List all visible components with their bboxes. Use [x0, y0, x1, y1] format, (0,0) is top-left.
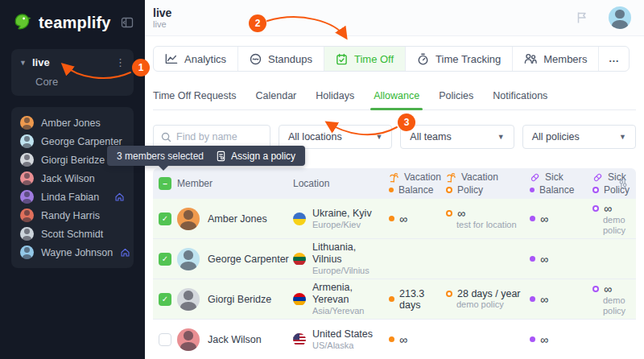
column-header-location[interactable]: Location [293, 178, 384, 189]
chevron-down-icon: ▼ [497, 133, 505, 141]
workspace-child-core[interactable]: Core [35, 76, 126, 88]
teams-filter-select[interactable]: All teams ▼ [400, 125, 514, 149]
subtab-holidays[interactable]: Holidays [316, 90, 354, 101]
tab-time-off[interactable]: Time Off [324, 47, 406, 71]
sidebar-member-amber[interactable]: Amber Jones [18, 113, 127, 132]
location-name: Ukraine, Kyiv [312, 208, 372, 220]
topbar: live live [145, 0, 644, 36]
column-header-sick-policy[interactable]: Sick Policy [588, 171, 636, 196]
palm-icon [389, 172, 399, 183]
sidebar-member-randy[interactable]: Randy Harris [18, 206, 127, 225]
select-all-checkbox[interactable]: – [159, 177, 171, 190]
member-name: George Carpenter [208, 254, 289, 265]
chevron-down-icon: ▼ [375, 133, 382, 141]
page-title: live [153, 6, 171, 19]
vacation-balance-dot-icon [389, 216, 394, 221]
sick-policy-ring-icon [592, 286, 599, 292]
column-header-vacation-balance[interactable]: Vacation Balance [384, 171, 441, 196]
column-header-sick-balance[interactable]: Sick Balance [525, 171, 588, 196]
palm-icon [446, 172, 456, 183]
tab-label: Members [543, 53, 587, 65]
table-row[interactable]: Jack Wilson United StatesUS/Alaska ∞ ∞ [153, 320, 636, 359]
search-input[interactable] [176, 131, 262, 142]
sick-policy-value: ∞ [604, 202, 612, 215]
column-header-vacation-policy[interactable]: Vacation Policy [441, 171, 525, 196]
row-checkbox[interactable] [159, 333, 171, 346]
vacation-balance-value: ∞ [399, 333, 407, 346]
pill-icon [530, 172, 540, 183]
tab-label: Time Off [354, 53, 394, 65]
sick-policy-name: demo policy [603, 295, 636, 316]
avatar [20, 116, 34, 130]
subtab-time-off-requests[interactable]: Time Off Requests [153, 90, 237, 101]
selection-count-text: 3 members selected [117, 151, 204, 162]
sidebar-member-scott[interactable]: Scott Schmidt [18, 225, 127, 243]
feedback-flag-icon[interactable] [575, 10, 589, 25]
table-row[interactable]: ✓ Amber Jones Ukraine, KyivEurope/Kiev ∞… [153, 199, 636, 239]
sidebar-member-jack[interactable]: Jack Wilson [18, 169, 127, 188]
member-name: Scott Schmidt [41, 229, 103, 240]
assign-policy-button[interactable]: Assign a policy [216, 151, 295, 162]
policies-filter-select[interactable]: All policies ▼ [522, 125, 636, 149]
sidebar-members-panel: Amber Jones George Carpenter Giorgi Beri… [11, 107, 134, 268]
workspace-menu-kebab-icon[interactable]: ⋮ [115, 59, 126, 67]
sidebar-member-wayne[interactable]: Wayne Johnson [18, 243, 127, 262]
tab-time-tracking[interactable]: Time Tracking [406, 47, 513, 71]
workspace-selector[interactable]: ▼ live ⋮ Core [11, 49, 134, 96]
member-name: Wayne Johnson [41, 247, 113, 258]
annotation-step-3-badge: 3 [398, 113, 415, 131]
vacation-balance-value: ∞ [399, 213, 407, 225]
column-settings-sliders-icon[interactable] [617, 178, 629, 189]
avatar [20, 246, 34, 259]
vacation-balance-dot-icon [389, 336, 394, 342]
table-row[interactable]: ✓ Giorgi Beridze Armenia, YerevanAsia/Ye… [153, 279, 636, 320]
sick-balance-value: ∞ [540, 333, 548, 346]
tab-analytics[interactable]: Analytics [154, 47, 238, 71]
location-name: United States [312, 328, 373, 340]
armenia-flag-icon [293, 293, 306, 306]
subtab-allowance[interactable]: Allowance [374, 90, 419, 101]
assign-policy-label: Assign a policy [231, 151, 295, 162]
annotation-step-1-badge: 1 [132, 59, 150, 76]
user-avatar[interactable] [609, 6, 631, 29]
avatar [177, 208, 200, 230]
vacation-policy-name: test for location [456, 220, 525, 230]
avatar [177, 288, 200, 311]
tab-standups[interactable]: Standups [238, 47, 324, 71]
row-checkbox[interactable]: ✓ [159, 293, 171, 306]
avatar [20, 134, 34, 148]
row-checkbox[interactable]: ✓ [159, 253, 171, 266]
sidebar-member-linda[interactable]: Linda Fabian [18, 188, 127, 206]
pill-icon [592, 172, 603, 183]
ukraine-flag-icon [293, 213, 306, 225]
tab-more-button[interactable]: ... [599, 47, 629, 71]
subtab-calendar[interactable]: Calendar [256, 90, 297, 101]
avatar [20, 171, 34, 185]
tab-label: Standups [268, 53, 312, 65]
table-header: – Member Location Vacation Balance Vacat… [153, 168, 636, 199]
member-name: Giorgi Beridze [41, 155, 105, 166]
member-name: Giorgi Beridze [208, 294, 271, 305]
annotation-step-2-badge: 2 [249, 14, 266, 32]
table-row[interactable]: ✓ George Carpenter Lithuania, VilniusEur… [153, 239, 636, 279]
home-icon [114, 192, 125, 202]
allowance-table: – Member Location Vacation Balance Vacat… [153, 168, 636, 359]
row-checkbox[interactable]: ✓ [159, 213, 171, 225]
subtab-notifications[interactable]: Notifications [493, 90, 547, 101]
vacation-balance-value: 213.3 days [399, 288, 441, 311]
tab-members[interactable]: Members [513, 47, 599, 71]
location-timezone: Europe/Kiev [312, 220, 372, 230]
member-name: Amber Jones [41, 118, 101, 129]
avatar [177, 248, 200, 270]
vacation-policy-value: 28 days / year [457, 288, 521, 299]
sick-balance-dot-icon [530, 256, 535, 262]
column-header-member[interactable]: Member [177, 178, 293, 189]
avatar [20, 190, 34, 204]
sidebar-collapse-icon[interactable] [121, 16, 134, 29]
balance-dot-icon [389, 188, 394, 192]
subtab-policies[interactable]: Policies [439, 90, 473, 101]
vacation-balance-dot-icon [389, 296, 394, 302]
sick-balance-dot-icon [530, 216, 535, 221]
usa-flag-icon [293, 333, 306, 346]
member-name: Randy Harris [41, 210, 100, 221]
